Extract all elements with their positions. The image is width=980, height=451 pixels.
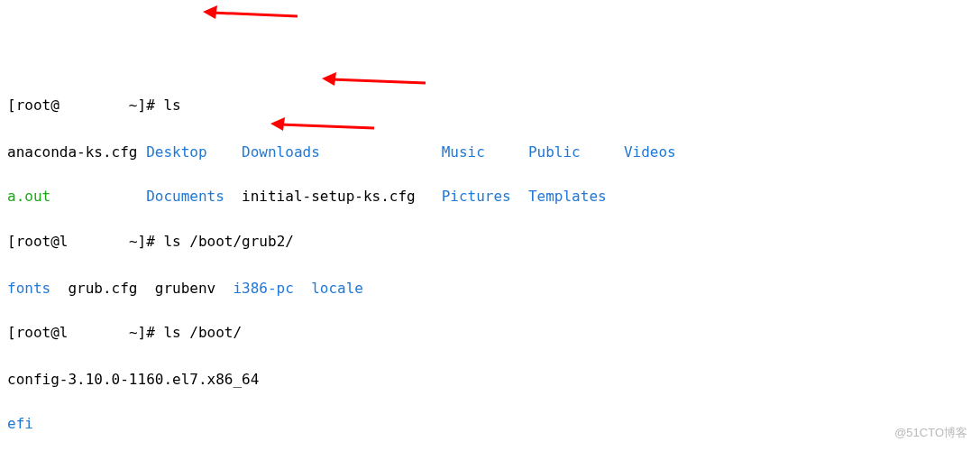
file-grubenv: grubenv [155,278,234,300]
hostname-redacted [68,233,128,255]
annotation-arrow-icon [322,70,430,92]
command-ls-grub2: ls /boot/grub2/ [163,233,294,250]
dir-public: Public [528,142,624,164]
svg-line-0 [212,13,298,16]
dir-locale: locale [311,280,363,297]
ls-output-row-2: a.outDocumentsinitial-setup-ks.cfgPictur… [7,186,973,208]
prompt-open: [root@ [7,324,60,341]
hostname-prefix: l [60,324,69,341]
dir-documents: Documents [146,186,242,208]
hostname-prefix: l [60,233,69,250]
prompt-close: ~]# [129,324,164,341]
prompt-line-2: [root@l ~]# ls /boot/grub2/ [7,231,973,255]
file-aout: a.out [7,186,146,208]
svg-marker-3 [322,72,336,86]
annotation-arrow-icon [270,115,379,137]
dir-i386-pc: i386-pc [233,278,311,300]
prompt-open: [root@ [7,97,60,114]
dir-videos: Videos [624,143,676,161]
svg-line-4 [279,124,374,128]
watermark-text: @51CTO博客 [894,424,967,442]
boot-file-config: config-3.10.0-1160.el7.x86_64 [7,369,973,391]
annotation-arrow-icon [203,4,302,25]
command-ls: ls [163,97,180,114]
ls-grub2-output: fontsgrub.cfggrubenvi386-pclocale [7,278,973,300]
command-ls-boot: ls /boot/ [163,324,242,341]
dir-downloads: Downloads [242,142,442,164]
svg-line-2 [331,79,426,83]
boot-dir-efi: efi [7,413,973,436]
file-grubcfg: grub.cfg [68,278,154,300]
svg-marker-5 [270,117,285,131]
dir-templates: Templates [528,186,624,208]
prompt-line-3: [root@l ~]# ls /boot/ [7,322,973,346]
hostname-redacted [68,324,128,346]
dir-desktop: Desktop [146,142,242,164]
file-anaconda-ks: anaconda-ks.cfg [7,142,146,164]
prompt-open: [root@ [7,233,60,250]
file-initial-setup: initial-setup-ks.cfg [242,186,442,208]
prompt-close: ~]# [129,97,164,114]
ls-output-row-1: anaconda-ks.cfgDesktopDownloadsMusicPubl… [7,142,973,164]
dir-music: Music [442,142,528,164]
svg-marker-1 [203,5,217,19]
dir-fonts: fonts [7,278,68,300]
prompt-line-1: [root@ ~]# ls [7,95,973,119]
hostname-redacted [60,97,129,119]
prompt-close: ~]# [129,233,164,250]
dir-pictures: Pictures [442,186,528,208]
